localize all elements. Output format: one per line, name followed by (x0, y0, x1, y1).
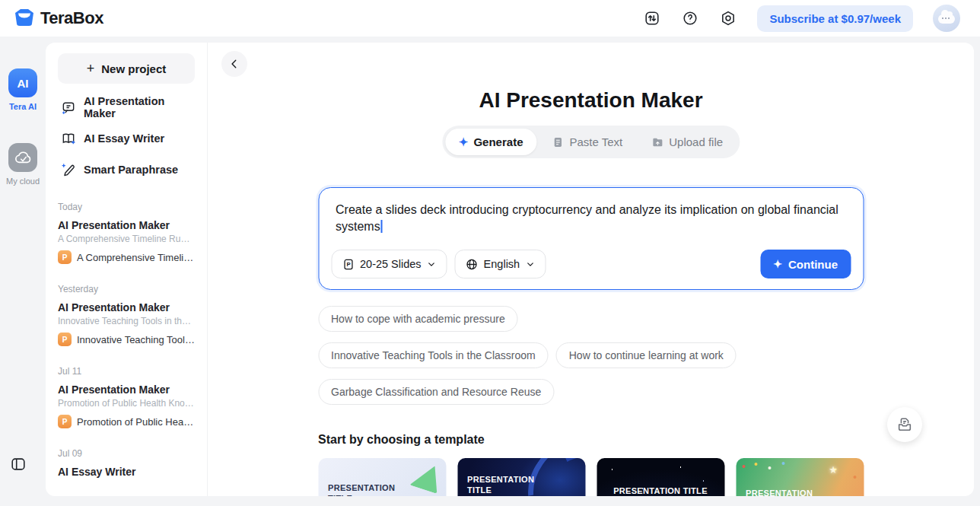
avatar-cloud-icon (938, 14, 955, 24)
template-card-holiday[interactable]: ★ PRESENTATION TITLE (736, 458, 864, 496)
feedback-inbox-icon (896, 416, 913, 433)
sidebar-item-ai-essay-writer[interactable]: AI Essay Writer (58, 123, 195, 154)
history-date: Yesterday (58, 284, 195, 294)
slides-icon: P (342, 258, 355, 271)
app-header: TeraBox Subscribe at $0.97/week (0, 0, 980, 37)
generate-sparkle-icon: ✦ (459, 135, 469, 149)
prompt-text: Create a slides deck introducing cryptoc… (336, 202, 846, 234)
tab-generate[interactable]: ✦ Generate (445, 129, 537, 155)
decor-star: ★ (829, 464, 838, 476)
avatar[interactable] (933, 5, 960, 32)
template-card-space[interactable]: PRESENTATION TITLE Reporter: xx xx.xx.xx (597, 458, 724, 496)
history-item-title[interactable]: AI Presentation Maker (58, 301, 195, 313)
sidebar-menu: AI Presentation Maker AI Essay Writer (58, 91, 195, 185)
decor-triangle (409, 460, 445, 494)
paraphrase-icon (61, 162, 76, 177)
history-item-subtitle: A Comprehensive Timeline Rundo... (58, 234, 195, 244)
avatar-dots (942, 18, 951, 19)
upload-file-icon (651, 136, 663, 148)
menu-label: Smart Paraphrase (84, 164, 178, 176)
history-list: Today AI Presentation Maker A Comprehens… (58, 202, 195, 478)
template-gallery: PRESENTATION TITLE PRESENTATION TITLE Re… (318, 458, 864, 496)
my-cloud-icon (8, 143, 37, 172)
history-attachment[interactable]: P Innovative Teaching Tools in t... (58, 333, 195, 346)
menu-label: AI Essay Writer (84, 132, 164, 145)
history-group-yesterday: Yesterday AI Presentation Maker Innovati… (58, 284, 195, 346)
history-item-title[interactable]: AI Essay Writer (58, 466, 195, 478)
suggestion-chip[interactable]: Innovative Teaching Tools in the Classro… (318, 342, 549, 368)
my-cloud-label: My cloud (6, 177, 40, 186)
content-column: Create a slides deck introducing cryptoc… (318, 187, 864, 496)
slides-count-value: 20-25 Slides (360, 258, 422, 270)
history-item-subtitle: Promotion of Public Health Knowl... (58, 398, 195, 409)
attachment-name: Innovative Teaching Tools in t... (77, 334, 195, 345)
history-item-title[interactable]: AI Presentation Maker (58, 219, 195, 231)
text-caret (381, 220, 383, 233)
suggestion-chip[interactable]: Garbage Classification and Resource Reus… (318, 379, 554, 405)
history-attachment[interactable]: P A Comprehensive Timeline R... (58, 250, 195, 264)
chevron-down-icon (427, 259, 437, 269)
new-project-label: New project (101, 62, 166, 75)
template-title: PRESENTATION TITLE (597, 486, 724, 496)
paste-text-icon (552, 136, 564, 148)
page-title: AI Presentation Maker (208, 88, 974, 113)
settings-icon[interactable] (719, 9, 737, 27)
globe-icon (466, 258, 479, 271)
history-date: Today (58, 202, 195, 212)
tab-label: Paste Text (569, 135, 622, 148)
continue-sparkle-icon: ✦ (773, 258, 782, 270)
template-title: PRESENTATION TITLE (328, 483, 396, 496)
language-dropdown[interactable]: English (455, 250, 546, 278)
history-group-jul-09: Jul 09 AI Essay Writer (58, 448, 195, 478)
history-date: Jul 11 (58, 366, 195, 377)
template-card-pastel[interactable]: PRESENTATION TITLE (318, 458, 446, 496)
suggestion-chip[interactable]: How to cope with academic pressure (318, 306, 518, 332)
ppt-file-icon: P (58, 415, 72, 428)
collapse-sidebar-icon[interactable] (10, 456, 27, 473)
terabox-logo-icon (14, 8, 35, 28)
app-rail: AI Tera AI My cloud (0, 37, 46, 506)
suggestion-chip[interactable]: How to continue learning at work (556, 342, 737, 368)
prompt-controls: P 20-25 Slides English ✦ Con (331, 250, 851, 278)
template-card-blue-ribbon[interactable]: PRESENTATION TITLE Reporter: xx (457, 458, 585, 496)
ppt-file-icon: P (58, 250, 72, 264)
history-group-today: Today AI Presentation Maker A Comprehens… (58, 202, 195, 264)
prompt-input[interactable]: Create a slides deck introducing cryptoc… (318, 187, 864, 290)
sidebar: + New project AI Presentation Maker (46, 43, 208, 496)
history-group-jul-11: Jul 11 AI Presentation Maker Promotion o… (58, 366, 195, 428)
rail-item-my-cloud[interactable]: My cloud (6, 143, 40, 186)
template-title: PRESENTATION TITLE (746, 488, 814, 496)
new-project-button[interactable]: + New project (58, 53, 195, 84)
tab-label: Upload file (669, 135, 723, 148)
back-button[interactable] (221, 51, 247, 77)
attachment-name: A Comprehensive Timeline R... (77, 252, 195, 263)
mode-tabs: ✦ Generate Paste Text Upload file (442, 126, 740, 158)
tab-paste-text[interactable]: Paste Text (538, 129, 636, 155)
sidebar-item-ai-presentation-maker[interactable]: AI Presentation Maker (58, 91, 195, 123)
language-value: English (484, 258, 520, 270)
templates-heading: Start by choosing a template (318, 433, 864, 447)
svg-text:P: P (346, 261, 350, 268)
slides-count-dropdown[interactable]: P 20-25 Slides (331, 250, 447, 278)
content-panels: + New project AI Presentation Maker (46, 43, 974, 496)
tera-ai-icon: AI (8, 68, 37, 97)
template-title: PRESENTATION TITLE (467, 475, 536, 496)
history-item-title[interactable]: AI Presentation Maker (58, 383, 195, 396)
menu-label: AI Presentation Maker (84, 95, 192, 119)
help-icon[interactable] (681, 9, 699, 27)
continue-button[interactable]: ✦ Continue (760, 250, 851, 278)
transfer-icon[interactable] (643, 9, 661, 27)
ppt-file-icon: P (58, 333, 72, 346)
history-attachment[interactable]: P Promotion of Public Health K... (58, 415, 195, 428)
decor-string-lights (742, 465, 745, 468)
suggestion-chips: How to cope with academic pressure Innov… (318, 306, 744, 405)
subscribe-button[interactable]: Subscribe at $0.97/week (757, 5, 913, 32)
continue-label: Continue (788, 258, 838, 271)
feedback-button[interactable] (887, 407, 922, 442)
history-date: Jul 09 (58, 448, 195, 459)
tab-upload-file[interactable]: Upload file (638, 129, 737, 155)
chevron-down-icon (525, 259, 535, 269)
sidebar-item-smart-paraphrase[interactable]: Smart Paraphrase (58, 154, 195, 185)
rail-item-tera-ai[interactable]: AI Tera AI (8, 68, 37, 111)
plus-icon: + (87, 61, 95, 77)
